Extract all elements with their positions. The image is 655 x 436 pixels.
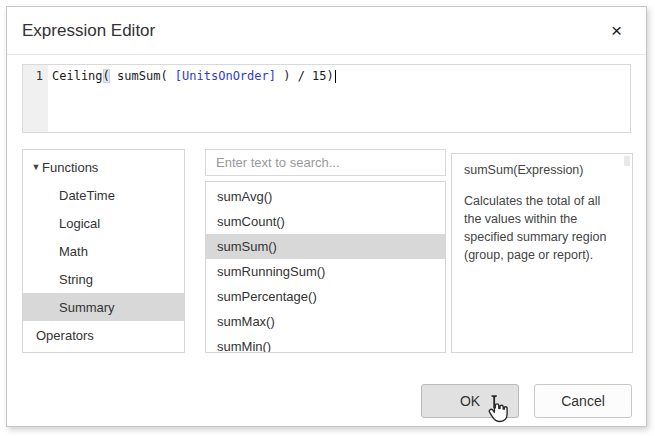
tree-item-label: Operators — [36, 328, 94, 343]
dialog-footer: OK Cancel — [421, 384, 632, 418]
function-list-column: sumAvg()sumCount()sumSum()sumRunningSum(… — [205, 149, 446, 353]
list-item-sumavg[interactable]: sumAvg() — [206, 184, 445, 209]
list-item-sumsum[interactable]: sumSum() — [206, 234, 445, 259]
list-item-sumcount[interactable]: sumCount() — [206, 209, 445, 234]
tree-item-functions[interactable]: ▼Functions — [23, 153, 184, 181]
tree-item-label: DateTime — [59, 188, 115, 203]
line-number-gutter: 1 — [23, 65, 48, 132]
dialog-content: 1 Ceiling( sumSum( [UnitsOnOrder] ) / 15… — [7, 55, 646, 353]
ok-button[interactable]: OK — [421, 384, 519, 418]
tree-item-variables[interactable]: Variables — [23, 349, 184, 353]
list-item-sumrunningsum[interactable]: sumRunningSum() — [206, 259, 445, 284]
code-tail: ) / 15) — [276, 69, 334, 83]
function-signature: sumSum(Expression) — [464, 163, 620, 177]
search-input[interactable] — [205, 149, 446, 176]
tree-item-logical[interactable]: Logical — [23, 209, 184, 237]
list-item-summax[interactable]: sumMax() — [206, 309, 445, 334]
list-item-sumpercentage[interactable]: sumPercentage() — [206, 284, 445, 309]
code-field-ref: [UnitsOnOrder] — [175, 69, 276, 83]
list-item-summin[interactable]: sumMin() — [206, 334, 445, 353]
expression-editor-dialog: Expression Editor × 1 Ceiling( sumSum( [… — [6, 6, 647, 427]
description-panel: sumSum(Expression) Calculates the total … — [451, 153, 633, 353]
text-caret — [335, 70, 336, 83]
code-function: Ceiling — [52, 69, 103, 83]
expander-down-icon[interactable]: ▼ — [30, 162, 42, 172]
tree-item-label: String — [59, 272, 93, 287]
tree-item-string[interactable]: String — [23, 265, 184, 293]
close-icon[interactable]: × — [607, 19, 626, 42]
tree-item-label: Math — [59, 244, 88, 259]
function-description: Calculates the total of all the values w… — [464, 192, 620, 265]
tree-item-label: Functions — [42, 160, 98, 175]
tree-item-math[interactable]: Math — [23, 237, 184, 265]
expression-code-editor[interactable]: 1 Ceiling( sumSum( [UnitsOnOrder] ) / 15… — [22, 64, 631, 133]
tree-item-operators[interactable]: Operators — [23, 321, 184, 349]
tree-item-summary[interactable]: Summary — [23, 293, 184, 321]
code-inner: sumSum( — [110, 69, 175, 83]
scrollbar-thumb[interactable] — [624, 156, 630, 166]
dialog-titlebar: Expression Editor × — [7, 7, 646, 55]
tree-item-datetime[interactable]: DateTime — [23, 181, 184, 209]
dialog-title: Expression Editor — [22, 21, 155, 41]
tree-item-label: Logical — [59, 216, 100, 231]
function-list: sumAvg()sumCount()sumSum()sumRunningSum(… — [205, 181, 446, 353]
tree-item-label: Summary — [59, 300, 115, 315]
cancel-button[interactable]: Cancel — [534, 384, 632, 418]
line-number: 1 — [36, 69, 43, 83]
code-line: Ceiling( sumSum( [UnitsOnOrder] ) / 15) — [48, 65, 336, 132]
panels-row: ▼FunctionsDateTimeLogicalMathStringSumma… — [22, 149, 631, 353]
category-tree: ▼FunctionsDateTimeLogicalMathStringSumma… — [22, 149, 185, 353]
code-paren-highlight: ( — [103, 69, 110, 83]
